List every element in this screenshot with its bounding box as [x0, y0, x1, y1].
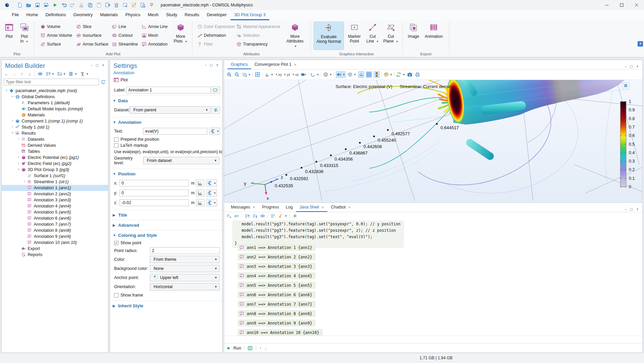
- range-button[interactable]: [196, 189, 205, 197]
- graphics-canvas[interactable]: 0.4325350.4325920.4328360.4333150.434356…: [224, 80, 642, 200]
- zoom-in-button[interactable]: [226, 71, 232, 78]
- ribbon-button-line[interactable]: Line: [112, 23, 126, 30]
- scene-cube-button[interactable]: ▼: [347, 71, 356, 78]
- position-x-input[interactable]: [119, 180, 189, 187]
- menu-tab-materials[interactable]: Materials: [96, 10, 122, 20]
- show-point-checkbox[interactable]: ✓Show point: [110, 241, 222, 245]
- pane-dd-icon[interactable]: [205, 64, 208, 67]
- filter-icon[interactable]: ▼: [80, 71, 89, 77]
- tgl-triad-button[interactable]: [358, 71, 364, 78]
- globe-view-button[interactable]: ▼: [323, 71, 332, 78]
- ribbon-button-cut-line[interactable]: CutLine ▼: [364, 22, 381, 44]
- section-inherit-style[interactable]: ▶Inherit Style: [110, 303, 222, 309]
- ribbon-button-transparency[interactable]: Transparency: [236, 40, 268, 48]
- chev-open-icon[interactable]: [17, 168, 21, 172]
- run[interactable]: [51, 1, 59, 9]
- tree-item-electric-field-ec-[interactable]: Electric Field (ec){pg2}: [2, 161, 108, 167]
- tree-item-annotation-3[interactable]: Annotation 3{ann3}: [2, 197, 108, 203]
- camera-button[interactable]: [407, 71, 413, 78]
- dataset-dropdown[interactable]: From parent▼: [130, 106, 211, 114]
- copy[interactable]: [86, 1, 95, 9]
- tree-item-annotation-7[interactable]: Annotation 7{ann7}: [2, 221, 108, 227]
- pane-pin-icon[interactable]: [216, 64, 219, 68]
- plot-button[interactable]: Plot: [110, 75, 222, 85]
- menu-tab-active[interactable]: 3D Plot Group 3: [231, 10, 269, 20]
- tree-item-3d-plot-group-3[interactable]: 3D Plot Group 3{pg3}: [2, 167, 108, 173]
- expression-button[interactable]: ▼: [206, 189, 217, 197]
- ribbon-button-plot[interactable]: Plot: [2, 22, 16, 39]
- export-icon[interactable]: [226, 213, 232, 219]
- menu-tab-home[interactable]: Home: [23, 10, 42, 20]
- model-tree-node-text-icon[interactable]: ▼: [68, 71, 77, 77]
- paste[interactable]: [95, 1, 103, 9]
- tree-item-annotation-9[interactable]: Annotation 9{ann9}: [2, 233, 108, 240]
- point-radius-input[interactable]: [150, 247, 220, 254]
- ribbon-button-deformation[interactable]: Deformation: [197, 32, 226, 39]
- prepend-position-checkbox[interactable]: Prepend the position: [110, 137, 222, 142]
- zoom-out-button[interactable]: [234, 71, 240, 78]
- scroll-down-icon[interactable]: [252, 213, 258, 219]
- text-input[interactable]: [143, 128, 207, 135]
- messages-tab-java-shell[interactable]: Java Shell✕: [296, 203, 327, 212]
- history-up-icon[interactable]: ↑: [259, 346, 261, 351]
- ribbon-button-material-appearance[interactable]: Material Appearance: [236, 23, 280, 30]
- 3d-plot[interactable]: 0.4325350.4325920.4328360.4333150.434356…: [224, 80, 642, 201]
- menu-tab-mesh[interactable]: Mesh: [144, 10, 162, 20]
- position-y-input[interactable]: [119, 190, 189, 196]
- menu-tab-file[interactable]: File: [8, 10, 23, 20]
- assign-icon[interactable]: a=: [234, 213, 239, 219]
- pane-pin-icon[interactable]: [102, 64, 105, 68]
- expand-icon[interactable]: ▼: [57, 71, 66, 77]
- tree-item-streamline-1[interactable]: Streamline 1{str1}: [2, 179, 108, 185]
- section-annotation[interactable]: ▼Annotation: [110, 119, 222, 125]
- cut[interactable]: [77, 1, 86, 9]
- ribbon-button-arrow-line[interactable]: Arrow Line: [141, 23, 167, 30]
- rename-button[interactable]: [211, 86, 220, 94]
- range-button[interactable]: [196, 179, 205, 187]
- palette-button[interactable]: ▼: [383, 71, 393, 78]
- comsol-logo[interactable]: [3, 1, 11, 9]
- tree-item-annotation-6[interactable]: Annotation 6{ann6}: [2, 215, 108, 221]
- tree-item-parameters-1[interactable]: PiParameters 1{default}: [2, 100, 108, 106]
- pane-float-icon[interactable]: [630, 65, 634, 69]
- pane-pin-icon[interactable]: [636, 208, 640, 212]
- ribbon-button-more-plots[interactable]: MorePlots ▼: [172, 22, 189, 44]
- tree-item-annotation-2[interactable]: Annotation 2{ann2}: [2, 191, 108, 197]
- pane-dd-icon[interactable]: [625, 66, 628, 69]
- show-all-icon[interactable]: [260, 213, 265, 219]
- ribbon-button-streamline[interactable]: Streamline: [112, 40, 138, 48]
- save[interactable]: [33, 1, 42, 9]
- redo[interactable]: [68, 1, 77, 9]
- ribbon-button-contour[interactable]: Contour: [112, 32, 133, 39]
- ribbon-button-color-expression[interactable]: Color Expression: [197, 23, 235, 30]
- java-shell-content[interactable]: model.result("pg3").feature(tag).set("po…: [224, 220, 642, 336]
- tree-item-reports[interactable]: Reports: [2, 252, 108, 258]
- pane-dd-icon[interactable]: [625, 208, 628, 212]
- menu-tab-study[interactable]: Study: [162, 10, 181, 20]
- ribbon-button-more-attributes[interactable]: MoreAttributes ▼: [284, 22, 306, 49]
- ribbon-button-plot-in[interactable]: PlotIn ▼: [17, 22, 32, 44]
- tree-item-default-model-inputs[interactable]: Default Model Inputs{cminpt}: [2, 106, 108, 112]
- pane-float-icon[interactable]: [96, 64, 100, 68]
- graphics-tab-0[interactable]: Graphics: [227, 60, 251, 69]
- plot-group-button[interactable]: [623, 83, 629, 89]
- chev-closed-icon[interactable]: [17, 137, 21, 141]
- geometry-level-dropdown[interactable]: From dataset▼: [143, 157, 219, 164]
- rotate-button[interactable]: ▼: [310, 71, 319, 78]
- chev-open-icon[interactable]: [11, 131, 15, 135]
- forward-icon[interactable]: →: [11, 71, 17, 77]
- refresh-icon[interactable]: [101, 79, 106, 85]
- tree-item-derived-values[interactable]: 8.85e-12Derived Values: [2, 142, 108, 148]
- menu-tab-developer[interactable]: Developer: [203, 10, 230, 20]
- close-tab-icon[interactable]: ✕: [252, 205, 255, 209]
- tgl-grid-button[interactable]: [366, 71, 372, 78]
- pane-pin-icon[interactable]: [636, 65, 640, 69]
- section-title[interactable]: ▶Title: [110, 212, 222, 218]
- find[interactable]: [138, 1, 147, 9]
- expression-button[interactable]: ▼: [209, 128, 220, 135]
- expression-button[interactable]: ▼: [206, 199, 217, 206]
- menu-tab-results[interactable]: Results: [181, 10, 203, 20]
- ribbon-button-filter[interactable]: Filter: [197, 40, 213, 48]
- close-tab-icon[interactable]: ✕: [348, 205, 351, 209]
- chev-closed-icon[interactable]: [11, 119, 15, 123]
